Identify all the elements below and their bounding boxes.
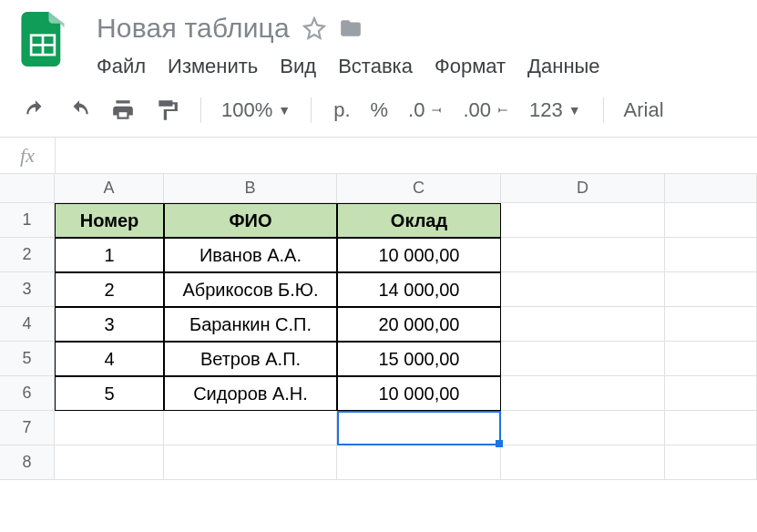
star-icon[interactable] [302,16,326,40]
row-header-3[interactable]: 3 [0,272,55,307]
col-header-A[interactable]: A [55,174,164,203]
cell-A1[interactable]: Номер [55,203,164,238]
cell-A6[interactable]: 5 [55,376,164,411]
cell-B7[interactable] [164,411,337,445]
decrease-decimal-button[interactable]: .0 [401,98,450,122]
cell-A2[interactable]: 1 [55,238,164,272]
chevron-down-icon: ▼ [278,103,291,118]
cell-C3[interactable]: 14 000,00 [337,272,501,307]
cell-C7[interactable] [337,411,501,445]
percent-button[interactable]: % [363,98,396,122]
cell-D7[interactable] [501,411,665,445]
chevron-down-icon: ▼ [568,103,581,118]
redo-icon[interactable] [60,95,98,126]
increase-decimal-button[interactable]: .00 [455,98,517,122]
cell-B8[interactable] [164,445,337,480]
print-icon[interactable] [104,95,142,126]
cell-C6[interactable]: 10 000,00 [337,376,501,411]
zoom-value: 100% [221,98,272,122]
cell-C2[interactable]: 10 000,00 [337,238,501,272]
menu-edit[interactable]: Изменить [168,55,258,78]
toolbar: 100% ▼ р. % .0 .00 123 ▼ Arial [0,82,757,138]
cell-E3[interactable] [665,272,757,307]
doc-title[interactable]: Новая таблица [97,13,290,44]
cell-C4[interactable]: 20 000,00 [337,307,501,342]
cell-D2[interactable] [501,238,665,272]
cell-B2[interactable]: Иванов А.А. [164,238,337,272]
menu-format[interactable]: Формат [435,55,506,78]
cell-B1[interactable]: ФИО [164,203,337,238]
cell-B3[interactable]: Абрикосов Б.Ю. [164,272,337,307]
zoom-dropdown[interactable]: 100% ▼ [216,98,296,122]
row-header-6[interactable]: 6 [0,376,55,411]
select-all-corner[interactable] [0,174,55,203]
paint-format-icon[interactable] [148,95,186,126]
row-header-7[interactable]: 7 [0,411,55,445]
separator [311,97,312,123]
cell-A8[interactable] [55,445,164,480]
cell-D8[interactable] [501,445,665,480]
dec-more-label: .00 [463,98,491,122]
undo-icon[interactable] [16,95,55,126]
font-dropdown[interactable]: Arial [619,98,670,122]
num-fmt-label: 123 [529,98,563,122]
cell-B5[interactable]: Ветров А.П. [164,342,337,376]
cell-D3[interactable] [501,272,665,307]
cell-C5[interactable]: 15 000,00 [337,342,501,376]
cell-E6[interactable] [665,376,757,411]
cell-D1[interactable] [501,203,665,238]
cell-C8[interactable] [337,445,501,480]
folder-icon[interactable] [339,16,363,40]
cell-A7[interactable] [55,411,164,445]
cell-D6[interactable] [501,376,665,411]
menu-view[interactable]: Вид [280,55,316,78]
menu-data[interactable]: Данные [527,55,599,78]
cell-D4[interactable] [501,307,665,342]
cell-D5[interactable] [501,342,665,376]
currency-button[interactable]: р. [326,98,357,122]
cell-E5[interactable] [665,342,757,376]
cell-E7[interactable] [665,411,757,445]
cell-B4[interactable]: Баранкин С.П. [164,307,337,342]
formula-input[interactable] [55,138,757,173]
cell-B6[interactable]: Сидоров А.Н. [164,376,337,411]
cell-C1[interactable]: Оклад [337,203,501,238]
cell-A4[interactable]: 3 [55,307,164,342]
menu-insert[interactable]: Вставка [338,55,413,78]
row-header-2[interactable]: 2 [0,238,55,272]
number-format-dropdown[interactable]: 123 ▼ [522,98,588,122]
menu-file[interactable]: Файл [97,55,146,78]
font-name: Arial [624,98,664,122]
col-header-extra[interactable] [665,174,757,203]
col-header-C[interactable]: C [337,174,501,203]
cell-A3[interactable]: 2 [55,272,164,307]
cell-E1[interactable] [665,203,757,238]
app-header: Новая таблица Файл Изменить Вид Вставка … [0,0,757,82]
cell-E8[interactable] [665,445,757,480]
formula-bar: fx [0,138,757,174]
row-header-4[interactable]: 4 [0,307,55,342]
spreadsheet-grid[interactable]: A B C D 1 Номер ФИО Оклад 2 1 Иванов А.А… [0,174,757,480]
cell-E4[interactable] [665,307,757,342]
fx-label: fx [0,144,55,168]
separator [200,97,201,123]
selection-handle-icon[interactable] [496,440,503,447]
row-header-1[interactable]: 1 [0,203,55,238]
row-header-8[interactable]: 8 [0,445,55,480]
row-header-5[interactable]: 5 [0,342,55,376]
sheets-logo-icon[interactable] [16,13,69,66]
col-header-D[interactable]: D [501,174,665,203]
dec-less-label: .0 [408,98,425,122]
col-header-B[interactable]: B [164,174,337,203]
separator [603,97,604,123]
cell-E2[interactable] [665,238,757,272]
cell-A5[interactable]: 4 [55,342,164,376]
menu-bar: Файл Изменить Вид Вставка Формат Данные [97,55,600,78]
